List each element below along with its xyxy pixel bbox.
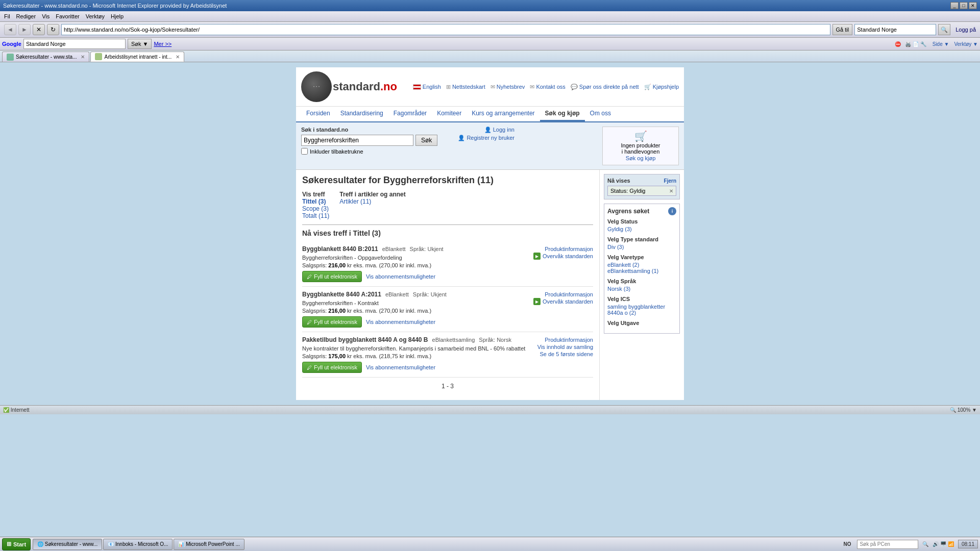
tab-search-results[interactable]: Søkeresultater - www.sta... ✕ (2, 52, 89, 62)
logg-inn-link[interactable]: 👤 Logg inn (458, 127, 514, 133)
header-link-spor[interactable]: 💬 Spør oss direkte på nett (571, 84, 639, 90)
header-link-kontakt[interactable]: ✉ Kontakt oss (530, 84, 565, 90)
norsk-link[interactable]: Norsk (3) (607, 286, 676, 292)
se-forste-link[interactable]: Se de 5 første sidene (540, 351, 593, 357)
go-button[interactable]: Gå til (832, 24, 853, 35)
header-link-nyhetsbrev[interactable]: ✉ Nyhetsbrev (491, 84, 525, 90)
menu-fil[interactable]: Fil (4, 13, 10, 19)
menu-favoritter[interactable]: Favoritter (56, 13, 79, 19)
status-bar-text: ✅ Internett (3, 407, 29, 413)
search-button[interactable]: Søk (415, 135, 437, 146)
header-link-english[interactable]: English (413, 84, 441, 90)
browser-titlebar: Søkeresultater - www.standard.no - Micro… (0, 0, 980, 11)
blocked-popups: ⛔ (895, 41, 901, 47)
address-bar[interactable] (61, 24, 830, 35)
div-link[interactable]: Div (3) (607, 244, 676, 250)
nav-fagomrader[interactable]: Fagområder (388, 107, 432, 121)
minimize-button[interactable]: _ (950, 2, 959, 9)
pagination: 1 - 3 (302, 378, 593, 395)
produktinfo-link-1[interactable]: Produktinformasjon (545, 246, 593, 252)
result-2-price: Salgspris: 216,00 kr eks. mva. (270,00 k… (302, 308, 593, 314)
produktinfo-link-2[interactable]: Produktinformasjon (545, 291, 593, 297)
close-button[interactable]: ✕ (969, 2, 977, 9)
abonnement-link-1[interactable]: Vis abonnementsmuligheter (366, 273, 435, 280)
nav-standardisering[interactable]: Standardisering (335, 107, 388, 121)
result-3-right: Produktinformasjon Vis innhold av samlin… (537, 336, 593, 358)
google-more-link[interactable]: Mer >> (154, 41, 172, 47)
velg-utgave-title: Velg Utgave (607, 320, 676, 326)
refine-group-status: Velg Status Gyldig (3) (607, 218, 676, 232)
velg-ics-title: Velg ICS (607, 296, 676, 302)
flag-icon (413, 84, 421, 90)
browser-search-button[interactable]: 🔍 (938, 24, 950, 35)
result-item-3: Produktinformasjon Vis innhold av samlin… (302, 332, 593, 378)
menu-rediger[interactable]: Rediger (16, 13, 36, 19)
abonnement-link-3[interactable]: Vis abonnementsmuligheter (366, 364, 435, 370)
fill-btn-3[interactable]: 🖊 Fyll ut elektronisk (302, 362, 362, 373)
nav-sok[interactable]: Søk og kjøp (540, 107, 585, 121)
velg-type-title: Velg Type standard (607, 236, 676, 242)
menu-vis[interactable]: Vis (42, 13, 50, 19)
info-icon[interactable]: i (668, 207, 676, 215)
page-content: · · · standard.no English ⊞ Nettstedskar… (0, 62, 980, 405)
registrer-link[interactable]: 👤 Registrer ny bruker (458, 135, 514, 141)
search-input[interactable] (301, 135, 413, 146)
zoom-label: 🔍 100% ▼ (950, 407, 977, 413)
result-2-price-label: Salgspris: (302, 308, 327, 314)
hits-totalt-link[interactable]: Totalt (11) (302, 212, 329, 219)
verktoy-label[interactable]: Verktøy ▼ (954, 41, 978, 47)
hits-scope-link[interactable]: Scope (3) (302, 205, 329, 212)
google-input[interactable] (23, 39, 126, 49)
header-link-nettstedskart[interactable]: ⊞ Nettstedskart (446, 84, 485, 90)
abonnement-link-2[interactable]: Vis abonnementsmuligheter (366, 319, 435, 325)
tab-close-arbeid[interactable]: ✕ (176, 54, 180, 60)
hits-artikler-link[interactable]: Artikler (11) (339, 198, 405, 205)
vis-innhold-link[interactable]: Vis innhold av samling (537, 344, 593, 350)
eblankettsamling-link[interactable]: eBlankettsamling (1) (607, 268, 676, 274)
nav-omoss[interactable]: Om oss (585, 107, 616, 121)
hits-tittel-link[interactable]: Tittel (3) (302, 198, 329, 205)
tab-close-search[interactable]: ✕ (81, 54, 85, 60)
chat-icon: 💬 (571, 84, 578, 90)
overvak-link-1[interactable]: Overvåk standarden (543, 253, 593, 259)
remove-link[interactable]: Fjern (664, 178, 676, 184)
include-withdrawn-checkbox[interactable] (301, 148, 308, 155)
nav-forsiden[interactable]: Forsiden (301, 107, 335, 121)
back-button[interactable]: ◄ (4, 24, 16, 35)
ics-link[interactable]: samling byggblanketter 8440a o (2) (607, 304, 676, 316)
result-1-actions: 🖊 Fyll ut elektronisk Vis abonnementsmul… (302, 271, 593, 282)
auth-links: 👤 Logg inn 👤 Registrer ny bruker (458, 127, 514, 141)
refine-header: Avgrens søket i (607, 207, 676, 215)
side-label[interactable]: Side ▼ (933, 41, 949, 47)
gyldig-link[interactable]: Gyldig (3) (607, 226, 676, 232)
cart-sok-link[interactable]: Søk og kjøp (626, 155, 656, 161)
forward-button[interactable]: ► (18, 24, 31, 35)
maximize-button[interactable]: □ (960, 2, 968, 9)
browser-search-input[interactable] (854, 24, 936, 35)
menu-verktoy[interactable]: Verktøy (86, 13, 105, 19)
status-remove-icon[interactable]: ✕ (669, 188, 673, 194)
tabs-bar: Søkeresultater - www.sta... ✕ Arbeidstil… (0, 51, 980, 62)
nav-komiteer[interactable]: Komiteer (432, 107, 467, 121)
header-link-kjopshjelp[interactable]: 🛒 Kjøpshjelp (644, 84, 679, 90)
overvak-link-2[interactable]: Overvåk standarden (543, 298, 593, 305)
ie-icons: 🖨️ 📄 🔧 (905, 41, 926, 47)
browser-title: Søkeresultater - www.standard.no - Micro… (3, 3, 227, 9)
fill-btn-2[interactable]: 🖊 Fyll ut elektronisk (302, 316, 362, 328)
cart-icon: 🛒 (644, 84, 651, 90)
stop-button[interactable]: ✕ (33, 24, 45, 35)
tab-arbeidstilsynet[interactable]: Arbeidstilsynet intranett - int... ✕ (90, 52, 184, 62)
eblankett-link[interactable]: eBlankett (2) (607, 262, 676, 268)
nav-kurs[interactable]: Kurs og arrangementer (467, 107, 540, 121)
fill-btn-1[interactable]: 🖊 Fyll ut elektronisk (302, 271, 362, 282)
login-link[interactable]: Logg på (955, 27, 976, 33)
google-search-button[interactable]: Søk ▼ (128, 39, 152, 49)
produktinfo-link-3[interactable]: Produktinformasjon (545, 337, 593, 343)
menu-hjelp[interactable]: Hjelp (111, 13, 124, 19)
cart-no-products: Ingen produkter (606, 142, 675, 148)
envelope-icon-2: ✉ (530, 84, 534, 90)
result-2-title: Byggblankette 8440 A:2011 (302, 291, 381, 298)
result-3-tag1: eBlankettsamling (432, 337, 475, 343)
refresh-button[interactable]: ↻ (47, 24, 59, 35)
fill-icon-1: 🖊 (307, 274, 312, 280)
